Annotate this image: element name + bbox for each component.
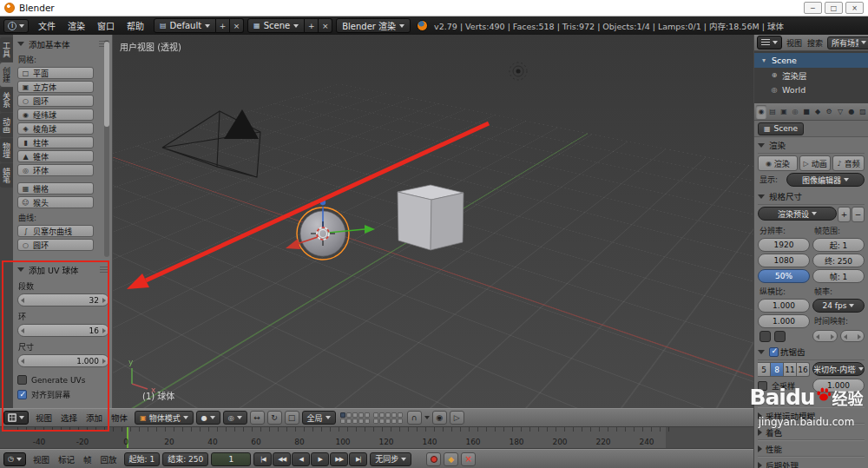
add-mesh-button[interactable]: ▦ 栅格 [17,182,94,194]
outliner-item[interactable]: ▾ Scene [754,53,868,68]
operator-panel-header[interactable]: 添加 UV 球体 [17,263,109,276]
aa-samples-button[interactable]: 8 [771,362,784,377]
increment-icon[interactable] [102,359,106,364]
properties-tab[interactable]: ▣ [779,105,789,119]
toolshelf-tab[interactable]: 创建 [0,63,13,87]
render-action-button[interactable]: ◉ 渲染 [758,155,798,171]
layer-cell[interactable] [391,412,397,418]
add-layout-button[interactable]: + [216,18,230,33]
number-slider[interactable]: 16 [17,324,109,337]
render-action-button[interactable]: ♪ 音频 [832,155,865,171]
add-mesh-button[interactable]: ◎ 环体 [17,164,94,176]
layer-cell[interactable] [340,419,345,424]
add-primitive-panel-header[interactable]: 添加基本体 [17,37,108,50]
antialiasing-panel-header[interactable]: 抗锯齿 [758,344,865,360]
playback-button[interactable]: ▶▶ [330,452,348,466]
render-preset-dropdown[interactable]: 渲染预设 [758,207,837,221]
properties-tab[interactable]: ⚙ [824,105,834,119]
remap-new-field[interactable] [840,330,865,342]
outliner-editor-type-button[interactable] [757,36,782,49]
layer-cell[interactable] [340,412,345,418]
properties-tab[interactable]: ● [846,105,857,119]
delete-scene-button[interactable]: × [319,18,332,33]
framerate-dropdown[interactable]: 24 fps [812,299,865,313]
number-slider[interactable]: 1.000 [17,354,109,367]
checkbox[interactable] [17,375,27,385]
cube-object[interactable] [398,185,464,250]
filter-size-slider[interactable]: 1.000 [812,379,865,392]
menu-item[interactable]: 渲染 [62,19,91,32]
toolshelf-tab[interactable]: 物理 [0,138,13,162]
menu-item[interactable]: 窗口 [91,19,121,32]
insert-keyframe-button[interactable]: ◆ [444,452,458,466]
scene-dropdown[interactable]: ▦ Scene [247,18,305,33]
collapsed-panel-header[interactable]: 性能 [758,440,865,457]
add-mesh-button[interactable]: ▣ 立方体 [17,81,94,93]
playback-button[interactable]: |◀ [253,452,272,466]
manipulator-scale-button[interactable]: □ [285,411,299,425]
properties-tab[interactable]: ▽ [835,105,845,119]
properties-tab[interactable]: ▨ [858,105,868,119]
add-mesh-button[interactable]: ▲ 锥体 [17,150,94,162]
lamp-object[interactable] [510,63,527,80]
layer-cell[interactable] [352,419,358,424]
frame-end-slider[interactable]: 终: 250 [812,254,865,267]
toolshelf-tab[interactable]: 蜡笔 [0,163,13,188]
decrement-icon[interactable] [21,328,24,333]
frame-start-slider[interactable]: 起: 1 [812,238,865,252]
resolution-percent-slider[interactable]: 50% [758,269,810,283]
viewport-menu-item[interactable]: 添加 [82,412,107,424]
close-button[interactable]: × [845,2,864,14]
layer-cell[interactable] [385,412,391,418]
delete-keyframe-button[interactable]: × [461,452,476,466]
checkbox-row[interactable]: 对齐到屏幕 [17,387,109,402]
add-preset-button[interactable]: + [838,207,851,222]
properties-tab[interactable]: ◉ [756,105,766,119]
render-action-button[interactable]: ▷ 动画 [799,155,832,171]
resolution-x-slider[interactable]: 1920 [758,238,810,252]
checkbox-row[interactable]: Generate UVs [17,372,109,387]
dimensions-panel-header[interactable]: 规格尺寸 [758,188,865,205]
add-mesh-button[interactable]: ▮ 柱体 [17,136,94,148]
shading-dropdown[interactable]: ● [196,411,220,425]
checkbox[interactable] [17,390,27,399]
caret-down-icon[interactable] [424,416,430,419]
toolshelf-tab[interactable]: 关系 [0,88,13,112]
remap-old-field[interactable] [812,330,838,342]
timeline-menu-item[interactable]: 回放 [96,453,122,465]
collapsed-panel-header[interactable]: 后期处理 [758,457,865,468]
add-mesh-button[interactable]: ○ 圆环 [17,95,94,107]
current-frame-field[interactable]: 1 [211,452,251,466]
increment-icon[interactable] [102,298,106,303]
decrement-icon[interactable] [21,359,24,364]
crop-checkbox[interactable] [774,331,786,342]
viewport-3d[interactable]: x y 用户视图 (透视) (1) 球体 [113,35,753,408]
border-checkbox[interactable] [760,331,771,342]
antialiasing-checkbox[interactable] [769,347,779,357]
properties-tab[interactable]: ▤ [767,105,778,119]
timeline-menu-item[interactable]: 视图 [29,453,54,465]
menu-item[interactable]: 帮助 [121,19,150,32]
collapsed-panel-header[interactable]: 采样运动模糊 [758,407,865,424]
autokey-record-button[interactable] [426,452,441,466]
layer-cell[interactable] [373,412,378,418]
full-sample-row[interactable]: 全采样 [758,379,810,393]
increment-icon[interactable] [102,328,106,333]
frame-end-field[interactable]: 结束: 250 [162,452,208,466]
layer-cell[interactable] [365,419,370,424]
properties-tab[interactable]: ◆ [812,105,823,119]
render-panel-header[interactable]: 渲染 [758,137,865,154]
render-engine-dropdown[interactable]: Blender 渲染 [336,18,411,33]
outliner-item[interactable]: ⊕ 渲染层 [754,68,868,82]
timeline-editor-type-button[interactable]: ◷ [3,452,26,466]
viewport-menu-item[interactable]: 物体 [107,412,132,424]
layer-cell[interactable] [379,419,385,424]
frame-start-field[interactable]: 起始: 1 [124,452,161,466]
opengl-render-anim-button[interactable]: ▷ [450,411,464,425]
panel-menu-icon[interactable] [100,267,109,273]
properties-tab[interactable]: ◎ [790,105,800,119]
playback-button[interactable]: ▶| [349,452,367,466]
decrement-icon[interactable] [21,298,24,303]
layer-cell[interactable] [358,419,364,424]
number-slider[interactable]: 32 [17,293,109,307]
